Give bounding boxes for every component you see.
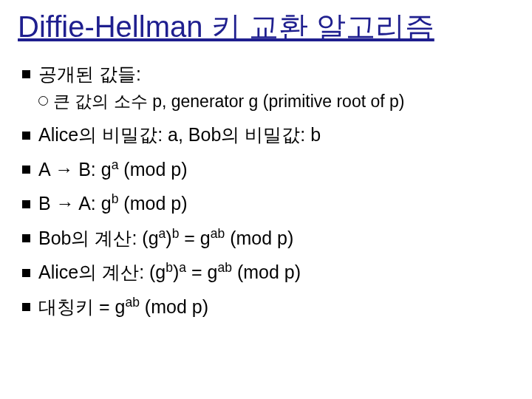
bullet-item: Bob의 계산: (ga)b = gab (mod p) bbox=[22, 226, 514, 250]
bullet-list: 공개된 값들:큰 값의 소수 p, generator g (primitive… bbox=[22, 62, 514, 318]
bullet-item: Alice의 계산: (gb)a = gab (mod p) bbox=[22, 260, 514, 284]
bullet-item: A → B: ga (mod p) bbox=[22, 157, 514, 182]
bullet-item: B → A: gb (mod p) bbox=[22, 191, 514, 216]
sub-bullet-item: 큰 값의 소수 p, generator g (primitive root o… bbox=[38, 91, 514, 113]
slide-title: Diffie-Hellman 키 교환 알고리즘 bbox=[18, 10, 514, 43]
bullet-item: 공개된 값들:큰 값의 소수 p, generator g (primitive… bbox=[22, 62, 514, 112]
bullet-item: 대칭키 = gab (mod p) bbox=[22, 295, 514, 319]
bullet-item: Alice의 비밀값: a, Bob의 비밀값: b bbox=[22, 123, 514, 147]
sub-bullet-list: 큰 값의 소수 p, generator g (primitive root o… bbox=[38, 91, 514, 113]
